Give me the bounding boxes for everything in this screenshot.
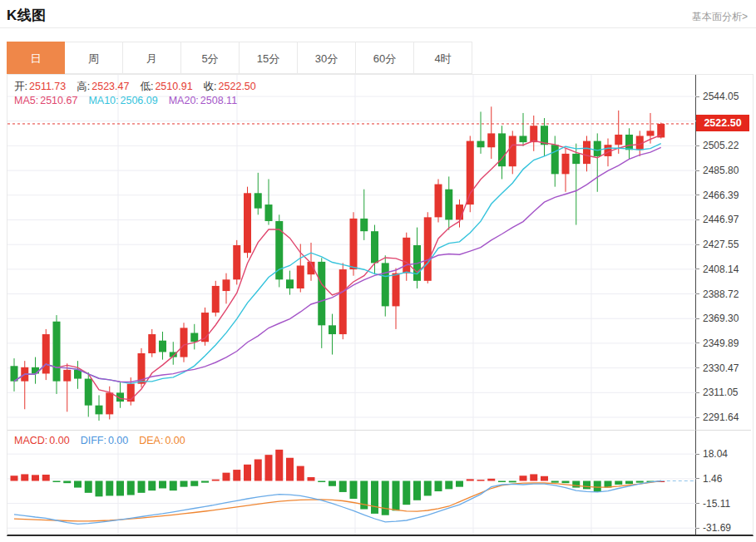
readout-item: MACD:0.00 [14, 435, 70, 446]
ohlc-readout: 开:2511.73高:2523.47低:2510.91收:2522.50 [14, 80, 267, 94]
price-tick-label: 2369.30 [696, 312, 739, 325]
current-price-badge: 2522.50 [696, 115, 749, 131]
ma-readout: MA5:2510.67MA10:2506.09MA20:2508.11 [14, 95, 248, 106]
readout-item: MA10:2506.09 [88, 95, 157, 106]
tab-5分[interactable]: 5分 [181, 42, 240, 74]
price-tick-label: 2505.22 [696, 139, 739, 152]
readout-item: MA20:2508.11 [169, 95, 237, 106]
timeframe-tabbar: 日周月5分15分30分60分4时 [7, 42, 756, 74]
readout-item: DEA:0.00 [139, 435, 185, 446]
macd-tick-label: -31.69 [696, 521, 731, 535]
price-tick-label: 2485.80 [696, 164, 739, 177]
macd-panel: MACD:0.00DIFF:0.00DEA:0.00 [7, 430, 696, 535]
readout-item: 开:2511.73 [14, 81, 66, 92]
candlestick-chart[interactable] [7, 75, 696, 430]
price-tick-label: 2349.89 [696, 337, 739, 350]
chart-container: 开:2511.73高:2523.47低:2510.91收:2522.50 MA5… [7, 74, 754, 536]
tab-周[interactable]: 周 [65, 42, 123, 74]
price-axis: 2544.052505.222485.802466.392446.972427.… [696, 75, 751, 430]
price-tick-label: 2311.05 [696, 386, 739, 399]
price-tick-label: 2408.14 [696, 263, 739, 276]
tab-4时[interactable]: 4时 [414, 42, 472, 74]
tab-15分[interactable]: 15分 [240, 42, 298, 74]
page-title: K线图 [7, 6, 47, 25]
fundamental-analysis-link[interactable]: 基本面分析> [692, 10, 748, 24]
readout-item: 收:2522.50 [204, 81, 256, 92]
macd-tick-label: 1.46 [696, 472, 722, 485]
tab-月[interactable]: 月 [123, 42, 181, 74]
readout-item: MA5:2510.67 [14, 95, 77, 106]
price-tick-label: 2466.39 [696, 189, 739, 202]
price-tick-label: 2427.55 [696, 238, 739, 251]
tab-30分[interactable]: 30分 [298, 42, 356, 74]
readout-item: 低:2510.91 [140, 81, 192, 92]
macd-tick-label: -15.11 [696, 497, 730, 510]
price-tick-label: 2544.05 [696, 90, 739, 103]
price-tick-label: 2446.97 [696, 213, 739, 226]
macd-readout: MACD:0.00DIFF:0.00DEA:0.00 [14, 435, 196, 446]
readout-item: DIFF:0.00 [81, 435, 129, 446]
readout-item: 高:2523.47 [77, 81, 129, 92]
macd-tick-label: 18.04 [696, 447, 728, 461]
price-tick-label: 2291.64 [696, 411, 739, 424]
tab-60分[interactable]: 60分 [356, 42, 414, 74]
macd-value-axis: 18.041.46-15.11-31.69 [696, 430, 751, 535]
page-header: K线图 基本面分析> [0, 0, 756, 28]
price-tick-label: 2330.47 [696, 362, 739, 375]
main-chart-panel: 开:2511.73高:2523.47低:2510.91收:2522.50 MA5… [7, 75, 696, 430]
tab-日[interactable]: 日 [7, 42, 65, 74]
price-tick-label: 2388.72 [696, 288, 739, 301]
